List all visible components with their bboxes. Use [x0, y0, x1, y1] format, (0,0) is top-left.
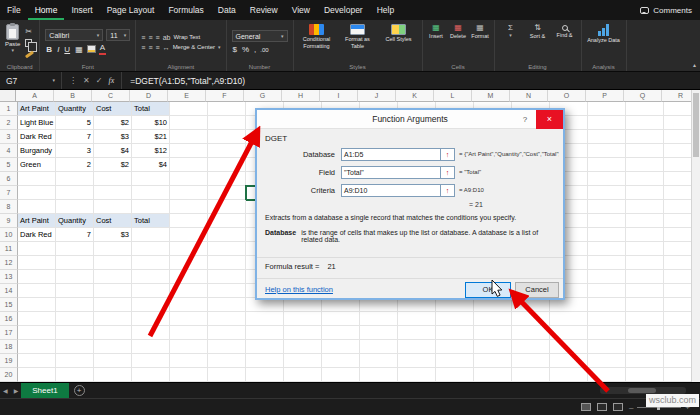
cell-A2[interactable]: Light Blue — [18, 116, 56, 130]
cell-O17[interactable] — [550, 326, 588, 340]
cell-E12[interactable] — [170, 256, 208, 270]
merge-center-dropdown-icon[interactable]: ▾ — [218, 45, 221, 50]
row-header-16[interactable]: 16 — [0, 312, 18, 326]
cell-M16[interactable] — [474, 312, 512, 326]
row-header-1[interactable]: 1 — [0, 102, 18, 116]
cell-P8[interactable] — [588, 200, 626, 214]
arg-input-criteria[interactable]: A9:D10 — [341, 184, 441, 197]
cell-D16[interactable] — [132, 312, 170, 326]
row-header-17[interactable]: 17 — [0, 326, 18, 340]
cell-F18[interactable] — [208, 340, 246, 354]
percent-format-icon[interactable]: % — [241, 45, 250, 54]
cell-Q20[interactable] — [626, 368, 664, 382]
cell-F3[interactable] — [208, 130, 246, 144]
col-header-A[interactable]: A — [16, 90, 54, 102]
cell-F17[interactable] — [208, 326, 246, 340]
cell-P5[interactable] — [588, 158, 626, 172]
cell-D19[interactable] — [132, 354, 170, 368]
cell-D11[interactable] — [132, 242, 170, 256]
cell-A20[interactable] — [18, 368, 56, 382]
col-header-B[interactable]: B — [54, 90, 92, 102]
wrap-text-label[interactable]: Wrap Text — [173, 34, 200, 40]
cell-Q15[interactable] — [626, 298, 664, 312]
cell-E5[interactable] — [170, 158, 208, 172]
cell-A7[interactable] — [18, 186, 56, 200]
cell-J18[interactable] — [360, 340, 398, 354]
delete-cells-button[interactable]: ▦ Delete — [450, 24, 467, 60]
cell-E15[interactable] — [170, 298, 208, 312]
cell-C14[interactable] — [94, 284, 132, 298]
row-header-9[interactable]: 9 — [0, 214, 18, 228]
col-header-P[interactable]: P — [586, 90, 624, 102]
cell-F1[interactable] — [208, 102, 246, 116]
find-select-button[interactable]: Find & — [554, 24, 576, 60]
cell-P3[interactable] — [588, 130, 626, 144]
cell-A6[interactable] — [18, 172, 56, 186]
cell-A18[interactable] — [18, 340, 56, 354]
normal-view-icon[interactable] — [581, 403, 591, 411]
row-header-12[interactable]: 12 — [0, 256, 18, 270]
cell-B12[interactable] — [56, 256, 94, 270]
autosum-button[interactable]: Σ ▾ — [500, 24, 522, 60]
align-middle-icon[interactable]: ≡ — [148, 34, 152, 41]
cell-Q19[interactable] — [626, 354, 664, 368]
cell-D10[interactable] — [132, 228, 170, 242]
cell-Q2[interactable] — [626, 116, 664, 130]
cell-L17[interactable] — [436, 326, 474, 340]
cell-P17[interactable] — [588, 326, 626, 340]
cell-J19[interactable] — [360, 354, 398, 368]
row-header-5[interactable]: 5 — [0, 158, 18, 172]
cell-E19[interactable] — [170, 354, 208, 368]
col-header-H[interactable]: H — [282, 90, 320, 102]
cell-L20[interactable] — [436, 368, 474, 382]
cell-C3[interactable]: $3 — [94, 130, 132, 144]
cell-B17[interactable] — [56, 326, 94, 340]
cell-E6[interactable] — [170, 172, 208, 186]
cell-Q6[interactable] — [626, 172, 664, 186]
cell-Q9[interactable] — [626, 214, 664, 228]
cell-J17[interactable] — [360, 326, 398, 340]
cell-Q12[interactable] — [626, 256, 664, 270]
cell-J20[interactable] — [360, 368, 398, 382]
merge-center-icon[interactable]: ↔ — [163, 44, 170, 51]
col-header-D[interactable]: D — [130, 90, 168, 102]
row-header-13[interactable]: 13 — [0, 270, 18, 284]
cell-F4[interactable] — [208, 144, 246, 158]
range-selector-field-icon[interactable]: ↑ — [441, 166, 455, 179]
merge-center-label[interactable]: Merge & Center — [173, 44, 215, 50]
row-header-6[interactable]: 6 — [0, 172, 18, 186]
cell-A1[interactable]: Art Paint — [18, 102, 56, 116]
cell-L19[interactable] — [436, 354, 474, 368]
cell-N15[interactable] — [512, 298, 550, 312]
cell-A17[interactable] — [18, 326, 56, 340]
col-header-I[interactable]: I — [320, 90, 358, 102]
cell-C15[interactable] — [94, 298, 132, 312]
format-cells-button[interactable]: ▦ Format — [472, 24, 489, 60]
cell-F15[interactable] — [208, 298, 246, 312]
font-name-dropdown-icon[interactable]: ▾ — [97, 33, 100, 38]
cell-C4[interactable]: $4 — [94, 144, 132, 158]
tab-developer[interactable]: Developer — [317, 0, 370, 20]
cell-H20[interactable] — [284, 368, 322, 382]
cell-Q14[interactable] — [626, 284, 664, 298]
cell-B8[interactable] — [56, 200, 94, 214]
cell-A15[interactable] — [18, 298, 56, 312]
cell-B4[interactable]: 3 — [56, 144, 94, 158]
cell-B16[interactable] — [56, 312, 94, 326]
col-header-K[interactable]: K — [396, 90, 434, 102]
cell-P2[interactable] — [588, 116, 626, 130]
cell-P15[interactable] — [588, 298, 626, 312]
tab-review[interactable]: Review — [243, 0, 285, 20]
insert-cells-button[interactable]: ▦ Insert — [428, 24, 445, 60]
number-format-select[interactable]: General ▾ — [232, 30, 288, 42]
cancel-button[interactable]: Cancel — [515, 282, 559, 298]
cell-K16[interactable] — [398, 312, 436, 326]
cut-icon[interactable]: ✂ — [25, 28, 34, 36]
arg-input-database[interactable]: A1:D5 — [341, 148, 441, 161]
new-sheet-button[interactable]: + — [74, 385, 85, 396]
cell-D7[interactable] — [132, 186, 170, 200]
cell-D13[interactable] — [132, 270, 170, 284]
col-header-C[interactable]: C — [92, 90, 130, 102]
font-size-select[interactable]: 11 ▾ — [106, 29, 130, 41]
cell-C13[interactable] — [94, 270, 132, 284]
